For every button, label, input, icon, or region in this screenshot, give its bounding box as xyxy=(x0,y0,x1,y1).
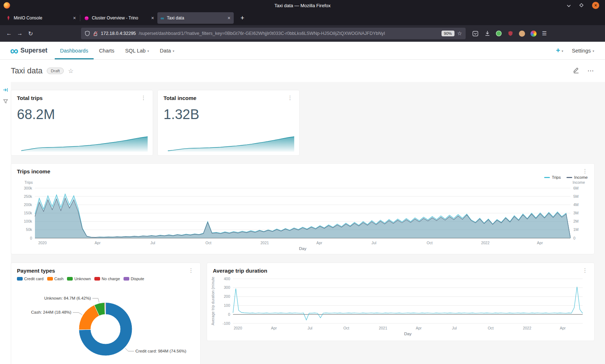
url-path: /superset/dashboard/1/?native_filters_ke… xyxy=(139,31,385,36)
url-host: 172.18.0.4:32295 xyxy=(101,31,136,36)
tab-taxi-data[interactable]: ∞ Taxi data × xyxy=(157,12,234,24)
tab-label: MinIO Console xyxy=(14,15,70,21)
legend-chip xyxy=(94,277,100,281)
bookmark-star-icon[interactable]: ☆ xyxy=(457,30,462,37)
superset-logo[interactable]: ∞ Superset xyxy=(10,42,48,59)
dashboard-menu-icon[interactable]: ⋯ xyxy=(587,67,594,75)
card-menu-icon[interactable]: ⋮ xyxy=(582,168,588,174)
back-button[interactable]: ← xyxy=(4,30,14,37)
tab-separator xyxy=(80,15,80,21)
new-item-button[interactable]: +▾ xyxy=(556,46,563,55)
nav-item-charts[interactable]: Charts xyxy=(94,42,120,59)
svg-text:Apr: Apr xyxy=(95,241,101,245)
tab-close-icon[interactable]: × xyxy=(151,15,154,21)
legend-item-dispute[interactable]: Dispute xyxy=(124,277,144,281)
card-menu-icon[interactable]: ⋮ xyxy=(188,268,194,273)
caret-down-icon: ▾ xyxy=(592,49,594,53)
card-title: Payment types xyxy=(17,268,55,274)
svg-text:Trips: Trips xyxy=(24,180,33,185)
zoom-level-badge[interactable]: 90% xyxy=(442,31,454,36)
tab-close-icon[interactable]: × xyxy=(228,15,230,21)
svg-text:-100: -100 xyxy=(223,321,230,326)
menu-icon[interactable]: ☰ xyxy=(542,30,547,37)
new-tab-button[interactable]: + xyxy=(237,14,247,22)
svg-text:300k: 300k xyxy=(24,186,32,190)
card-title: Total income xyxy=(163,95,196,101)
collapsed-filter-bar xyxy=(0,82,11,364)
caret-down-icon: ▾ xyxy=(147,49,149,53)
window-titlebar: Taxi data — Mozilla Firefox × xyxy=(0,0,605,11)
superset-favicon: ∞ xyxy=(161,15,164,21)
insecure-lock-icon[interactable] xyxy=(93,31,98,36)
url-bar[interactable]: 172.18.0.4:32295 /superset/dashboard/1/?… xyxy=(81,28,466,39)
svg-text:Credit card: 984M (74.56%): Credit card: 984M (74.56%) xyxy=(135,349,186,353)
tab-minio-console[interactable]: MinIO Console × xyxy=(3,12,79,24)
legend-item-unknown[interactable]: Unknown xyxy=(67,277,91,281)
legend-item-no-charge[interactable]: No charge xyxy=(94,277,120,281)
svg-text:0: 0 xyxy=(30,236,32,240)
svg-text:5M: 5M xyxy=(573,194,579,199)
payment-types-donut-chart: Credit card: 984M (74.56%)Cash: 244M (18… xyxy=(17,285,195,364)
nav-item-data[interactable]: Data▾ xyxy=(154,42,180,59)
legend-chip xyxy=(47,277,53,281)
svg-text:Average trip duration (minute: Average trip duration (minute xyxy=(211,277,215,325)
svg-text:Apr: Apr xyxy=(537,241,543,245)
reload-button[interactable]: ↻ xyxy=(25,30,36,37)
card-title: Trips income xyxy=(17,168,50,174)
window-restore-icon[interactable] xyxy=(579,3,583,8)
svg-text:Apr: Apr xyxy=(271,326,277,330)
caret-down-icon: ▾ xyxy=(562,49,564,53)
edit-pencil-icon[interactable] xyxy=(573,67,579,75)
svg-text:Oct: Oct xyxy=(488,326,493,330)
pocket-icon[interactable] xyxy=(472,30,479,37)
total-income-sparkline xyxy=(168,135,294,152)
svg-text:Apr: Apr xyxy=(316,241,322,245)
extension-icon-colorful[interactable] xyxy=(530,31,537,37)
svg-text:Income: Income xyxy=(573,180,585,185)
svg-text:2020: 2020 xyxy=(234,326,242,330)
svg-text:0: 0 xyxy=(573,236,575,240)
card-menu-icon[interactable]: ⋮ xyxy=(582,268,588,273)
tab-close-icon[interactable]: × xyxy=(73,15,76,21)
big-number-value: 68.2M xyxy=(11,107,153,122)
profile-avatar[interactable] xyxy=(519,31,525,37)
svg-text:150k: 150k xyxy=(24,211,32,215)
window-close-icon[interactable]: × xyxy=(592,2,599,9)
legend-item-cash[interactable]: Cash xyxy=(47,277,64,281)
firefox-icon xyxy=(4,2,10,9)
filter-funnel-icon[interactable] xyxy=(3,99,8,105)
settings-menu[interactable]: Settings▾ xyxy=(572,48,594,54)
superset-infinity-icon: ∞ xyxy=(10,45,18,56)
browser-toolbar: ← → ↻ 172.18.0.4:32295 /superset/dashboa… xyxy=(0,25,605,42)
downloads-icon[interactable] xyxy=(484,30,490,37)
svg-text:100: 100 xyxy=(224,303,230,308)
card-menu-icon[interactable]: ⋮ xyxy=(287,95,293,100)
svg-text:Oct: Oct xyxy=(206,241,211,245)
svg-text:100k: 100k xyxy=(24,219,32,223)
window-minimize-icon[interactable] xyxy=(567,3,571,8)
svg-text:200k: 200k xyxy=(24,203,32,207)
tab-cluster-overview-trino[interactable]: Cluster Overview - Trino × xyxy=(81,12,157,24)
expand-filter-bar-icon[interactable] xyxy=(3,87,8,94)
shield-icon[interactable] xyxy=(85,31,90,36)
brand-name: Superset xyxy=(21,47,48,54)
ublock-shield-icon[interactable] xyxy=(507,30,514,37)
legend-item-credit-card[interactable]: Credit card xyxy=(17,277,44,281)
tab-label: Cluster Overview - Trino xyxy=(92,15,148,21)
big-number-value: 1.32B xyxy=(158,107,299,122)
svg-text:4M: 4M xyxy=(573,203,579,207)
nav-item-dashboards[interactable]: Dashboards xyxy=(55,42,94,59)
card-menu-icon[interactable]: ⋮ xyxy=(140,95,147,100)
card-payment-types: Payment types ⋮ Credit card Cash Unknown… xyxy=(11,263,201,364)
dashboard-body: Total trips ⋮ 68.2M Total income ⋮ 1.32B… xyxy=(0,82,605,364)
extension-icon-green[interactable] xyxy=(496,31,502,36)
svg-text:50k: 50k xyxy=(26,227,32,232)
forward-button[interactable]: → xyxy=(14,30,25,37)
svg-text:Day: Day xyxy=(404,332,412,336)
svg-text:Apr: Apr xyxy=(416,326,422,330)
browser-tab-bar: MinIO Console × Cluster Overview - Trino… xyxy=(0,11,605,25)
svg-text:Oct: Oct xyxy=(427,241,433,245)
favorite-star-icon[interactable]: ☆ xyxy=(68,67,73,75)
nav-item-sql-lab[interactable]: SQL Lab▾ xyxy=(120,42,154,59)
svg-text:Unknown: 84.7M (6.42%): Unknown: 84.7M (6.42%) xyxy=(44,296,91,300)
